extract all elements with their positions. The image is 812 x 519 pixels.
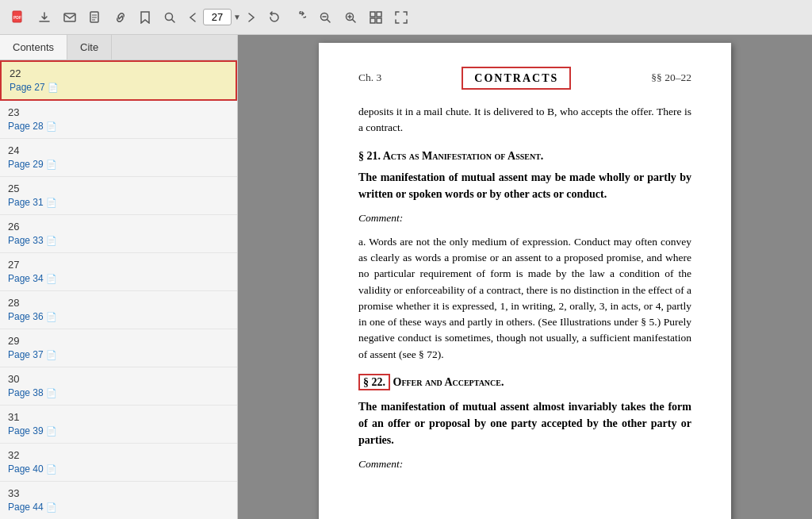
- list-item[interactable]: 27 Page 34 📄: [0, 253, 237, 291]
- list-item[interactable]: 28 Page 36 📄: [0, 291, 237, 329]
- download-button[interactable]: [33, 8, 56, 27]
- item-number: 26: [8, 220, 229, 234]
- comment22-label: Comment:: [358, 456, 691, 472]
- list-item[interactable]: 29 Page 37 📄: [0, 329, 237, 367]
- bookmark-button[interactable]: [135, 8, 155, 27]
- document-button[interactable]: [84, 8, 106, 27]
- comment21-label: Comment:: [358, 210, 691, 226]
- tab-contents[interactable]: Contents: [0, 35, 67, 60]
- rotate-right-button[interactable]: [289, 8, 311, 27]
- link-button[interactable]: [109, 8, 132, 27]
- page-icon: 📄: [46, 349, 57, 361]
- sidebar: Contents Cite 22 Page 27 📄 23 Page 28 📄 …: [0, 35, 238, 519]
- page-icon: 📄: [46, 502, 57, 513]
- page-icon: 📄: [48, 82, 59, 94]
- page-icon: 📄: [46, 121, 57, 133]
- item-page: Page 39 📄: [8, 425, 229, 438]
- zoom-in-button[interactable]: [339, 8, 362, 27]
- fullscreen-button[interactable]: [390, 8, 412, 27]
- list-item[interactable]: 30 Page 38 📄: [0, 367, 237, 406]
- list-item[interactable]: 31 Page 39 📄: [0, 406, 237, 444]
- item-page: Page 27 📄: [10, 81, 228, 94]
- chapter-label: Ch. 3: [358, 70, 381, 86]
- zoom-out-button[interactable]: [314, 8, 336, 27]
- list-item[interactable]: 22 Page 27 📄: [0, 60, 237, 101]
- item-number: 30: [8, 372, 229, 386]
- section22-title: Offer and Acceptance.: [393, 376, 504, 388]
- page-icon: 📄: [46, 311, 57, 323]
- item-page: Page 38 📄: [8, 386, 229, 400]
- prev-page-button[interactable]: [184, 9, 201, 26]
- page-icon: 📄: [46, 425, 57, 437]
- page-icon: 📄: [46, 235, 57, 247]
- list-item[interactable]: 25 Page 31 📄: [0, 177, 237, 215]
- tab-cite[interactable]: Cite: [67, 35, 112, 60]
- pdf-viewer: Ch. 3 CONTRACTS §§ 20–22 deposits it in …: [238, 35, 812, 519]
- item-page: Page 37 📄: [8, 348, 229, 362]
- section21-body: The manifestation of mutual assent may b…: [358, 169, 691, 202]
- main-layout: Contents Cite 22 Page 27 📄 23 Page 28 📄 …: [0, 35, 812, 519]
- item-page: Page 33 📄: [8, 234, 229, 248]
- search-button[interactable]: [159, 8, 181, 27]
- sidebar-list: 22 Page 27 📄 23 Page 28 📄 24 Page 29 📄 2…: [0, 60, 237, 519]
- page-icon: 📄: [46, 159, 57, 171]
- svg-rect-2: [64, 13, 75, 21]
- section22-heading: § 22. Offer and Acceptance.: [358, 374, 691, 390]
- item-page: Page 29 📄: [8, 158, 229, 171]
- svg-text:PDF: PDF: [13, 15, 21, 20]
- contracts-title: CONTRACTS: [462, 67, 571, 90]
- page-icon: 📄: [46, 197, 57, 209]
- page-icon: 📄: [46, 463, 57, 475]
- email-button[interactable]: [59, 8, 81, 27]
- section22-symbol: § 22.: [358, 374, 390, 390]
- pdf-page: Ch. 3 CONTRACTS §§ 20–22 deposits it in …: [319, 43, 731, 519]
- list-item[interactable]: 23 Page 28 📄: [0, 101, 237, 139]
- pdf-body: deposits it in a mail chute. It is deliv…: [358, 104, 691, 472]
- pdf-button[interactable]: PDF: [6, 7, 30, 28]
- item-number: 22: [10, 67, 228, 81]
- section22-body: The manifestation of mutual assent almos…: [358, 398, 691, 448]
- item-number: 31: [8, 410, 229, 425]
- page-icon: 📄: [46, 387, 57, 399]
- page-dropdown-arrow[interactable]: ▼: [233, 13, 241, 21]
- grid-view-button[interactable]: [365, 8, 387, 27]
- svg-rect-7: [370, 12, 375, 17]
- page-number-input[interactable]: 27: [203, 9, 232, 25]
- item-number: 24: [8, 144, 229, 158]
- item-page: Page 44 📄: [8, 501, 229, 514]
- item-number: 32: [8, 448, 229, 463]
- comment21-para-a: a. Words are not the only medium of expr…: [358, 234, 691, 363]
- item-number: 28: [8, 296, 229, 310]
- pdf-header: Ch. 3 CONTRACTS §§ 20–22: [358, 67, 691, 90]
- page-navigation: 27 ▼: [184, 9, 260, 26]
- intro-paragraph: deposits it in a mail chute. It is deliv…: [358, 104, 691, 136]
- item-page: Page 40 📄: [8, 463, 229, 476]
- list-item[interactable]: 32 Page 40 📄: [0, 444, 237, 482]
- section21-title: § 21. Acts as Manifestation of Assent.: [358, 148, 691, 164]
- item-page: Page 31 📄: [8, 196, 229, 210]
- item-page: Page 36 📄: [8, 310, 229, 324]
- item-page: Page 34 📄: [8, 272, 229, 286]
- item-number: 33: [8, 486, 229, 501]
- page-icon: 📄: [46, 273, 57, 285]
- toolbar: PDF 27 ▼: [0, 0, 812, 35]
- list-item[interactable]: 33 Page 44 📄: [0, 482, 237, 519]
- rotate-left-button[interactable]: [263, 8, 285, 27]
- sidebar-tabs: Contents Cite: [0, 35, 237, 60]
- next-page-button[interactable]: [243, 9, 260, 26]
- svg-rect-8: [377, 12, 381, 17]
- list-item[interactable]: 26 Page 33 📄: [0, 215, 237, 253]
- svg-rect-10: [377, 18, 381, 23]
- item-number: 27: [8, 258, 229, 272]
- item-number: 25: [8, 182, 229, 196]
- svg-rect-9: [370, 18, 375, 23]
- item-page: Page 28 📄: [8, 120, 229, 133]
- item-number: 29: [8, 334, 229, 348]
- list-item[interactable]: 24 Page 29 📄: [0, 139, 237, 177]
- item-number: 23: [8, 106, 229, 120]
- section-ref: §§ 20–22: [651, 70, 691, 86]
